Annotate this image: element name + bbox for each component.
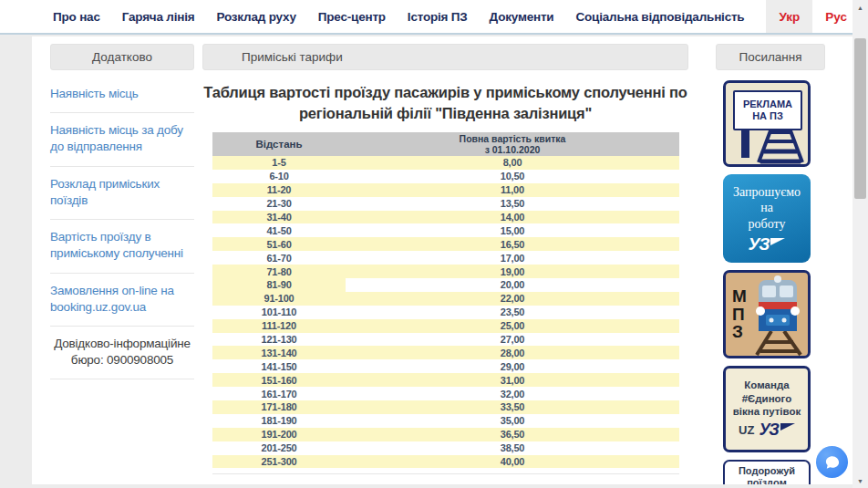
distance-cell: 6-10: [212, 171, 346, 182]
col-header-price-line1: Повна вартість квитка: [346, 133, 679, 144]
locomotive-icon: [749, 275, 806, 357]
table-row: 1-58,00: [212, 156, 679, 170]
table-row: 61-7017,00: [212, 251, 679, 265]
distance-cell: 71-80: [212, 266, 346, 277]
sidebar-title: Додатково: [92, 50, 152, 64]
jobs-line1: Запрошуємо: [733, 184, 801, 201]
mpz-letters: М П З: [726, 273, 747, 356]
price-cell: 35,00: [346, 415, 679, 426]
table-row: 111-12025,00: [212, 319, 679, 333]
price-cell: 36,50: [346, 429, 679, 440]
billboard-line1: РЕКЛАМА: [743, 99, 792, 110]
distance-cell: 171-180: [212, 401, 346, 412]
sidebar-link-0[interactable]: Наявність місць: [50, 77, 194, 113]
sidebar-header: Додатково: [50, 44, 194, 70]
banner-mpz[interactable]: М П З: [723, 270, 811, 358]
price-cell: 31,00: [346, 375, 679, 386]
price-cell: 27,00: [346, 334, 679, 345]
col-header-price: Повна вартість квитка з 01.10.2020: [346, 133, 679, 155]
table-row: 91-10022,00: [212, 292, 679, 306]
banner-team-uz[interactable]: Команда #Єдиного вікна путівок UZ УЗ: [723, 366, 811, 452]
sidebar-link-3[interactable]: Вартість проїзду в приміському сполученн…: [50, 220, 194, 273]
mpz-letter-m: М: [732, 287, 747, 306]
price-cell: 40,00: [346, 456, 679, 467]
distance-cell: 11-20: [212, 184, 346, 195]
table-row: 121-13027,00: [212, 333, 679, 347]
distance-cell: 181-190: [212, 415, 346, 426]
banner-jobs-uz[interactable]: Запрошуємо на роботу УЗ: [723, 174, 811, 263]
top-navbar: Про насГаряча лініяРозклад рухуПрес-цент…: [0, 0, 852, 35]
sidebar-link-2[interactable]: Розклад приміських поїздів: [50, 167, 194, 220]
sidebar-links: Наявність місцьНаявність місць за добу д…: [50, 77, 194, 379]
travel-line2: поїздом: [747, 477, 787, 484]
travel-line1: Подорожуй: [739, 465, 795, 477]
table-header-row: Відстань Повна вартість квитка з 01.10.2…: [212, 132, 679, 156]
distance-cell: 151-160: [212, 375, 346, 386]
table-row: 101-11023,50: [212, 306, 679, 319]
billboard-post: [741, 127, 749, 158]
nav-item-4[interactable]: Історія ПЗ: [408, 10, 468, 24]
table-row: 11-2011,00: [212, 183, 679, 197]
distance-cell: 41-50: [212, 225, 346, 236]
sidebar-link-4[interactable]: Замовлення on-line на booking.uz.gov.ua: [50, 274, 194, 327]
chat-bubble-icon: [823, 453, 842, 472]
distance-cell: 161-170: [212, 389, 346, 400]
nav-item-2[interactable]: Розклад руху: [216, 10, 295, 24]
uz-logo-navy-wing: [780, 423, 795, 431]
distance-cell: 101-110: [212, 306, 346, 317]
table-row: 191-20036,50: [212, 428, 679, 441]
col-header-distance: Відстань: [212, 139, 346, 150]
table-row: 71-8019,00: [212, 265, 679, 278]
distance-cell: 61-70: [212, 253, 346, 264]
table-row: 21-3013,50: [212, 197, 679, 211]
jobs-line2: на: [760, 200, 773, 216]
content-card: Додатково Наявність місцьНаявність місць…: [32, 36, 852, 484]
bottom-strip: [0, 484, 852, 488]
mpz-letter-z: З: [732, 323, 747, 341]
distance-cell: 131-140: [212, 348, 346, 358]
scroll-thumb[interactable]: [854, 38, 866, 199]
links-rail-title: Посилання: [739, 50, 801, 64]
uz-logo-navy-text: УЗ: [759, 421, 779, 440]
scroll-up-icon[interactable]: ▲: [852, 0, 868, 15]
sidebar-link-1[interactable]: Наявність місць за добу до відправлення: [50, 113, 194, 166]
uz-logo-text: УЗ: [749, 234, 770, 254]
fares-table: Відстань Повна вартість квитка з 01.10.2…: [212, 132, 679, 468]
price-cell: 28,00: [346, 348, 679, 358]
price-cell: 16,50: [346, 239, 679, 250]
nav-item-6[interactable]: Соціальна відповідальність: [575, 10, 744, 24]
lang-switch-ukr[interactable]: Укр: [766, 0, 812, 33]
mpz-letter-p: П: [732, 306, 747, 324]
uz-en-text: UZ: [739, 423, 754, 437]
price-cell: 14,00: [346, 212, 679, 223]
nav-item-1[interactable]: Гаряча лінія: [122, 10, 195, 24]
price-cell: 29,00: [346, 361, 679, 372]
scrollbar[interactable]: ▲ ▼: [852, 0, 868, 488]
nav-item-5[interactable]: Документи: [490, 10, 554, 24]
table-row: 181-19035,00: [212, 414, 679, 428]
price-cell: 33,50: [346, 401, 679, 412]
price-cell: 22,00: [346, 293, 679, 304]
price-cell: 25,00: [346, 320, 679, 331]
table-row: 131-14028,00: [212, 346, 679, 359]
banner-travel-train[interactable]: Подорожуй поїздом з власним авто: [723, 460, 811, 484]
price-cell: 10,50: [346, 171, 679, 182]
col-header-price-line2: з 01.10.2020: [346, 144, 679, 155]
distance-cell: 191-200: [212, 429, 346, 440]
scroll-down-icon[interactable]: ▼: [852, 473, 868, 488]
chat-button[interactable]: [816, 446, 848, 478]
distance-cell: 1-5: [212, 157, 346, 168]
nav-item-3[interactable]: Прес-центр: [318, 10, 386, 24]
info-bureau-text: Довідково-інформаційне бюро: 0900908005: [50, 327, 194, 379]
banner-advert-pz[interactable]: РЕКЛАМА НА ПЗ: [723, 80, 811, 167]
price-cell: 38,50: [346, 442, 679, 453]
table-row: 141-15029,00: [212, 359, 679, 373]
navbar-items: Про насГаряча лініяРозклад рухуПрес-цент…: [0, 0, 766, 33]
price-cell: 32,00: [346, 389, 679, 400]
nav-item-0[interactable]: Про нас: [53, 10, 100, 24]
section-header: Приміські тарифи: [202, 44, 688, 70]
distance-cell: 31-40: [212, 212, 346, 223]
distance-cell: 51-60: [212, 239, 346, 250]
table-body: 1-58,006-1010,5011-2011,0021-3013,5031-4…: [212, 156, 679, 468]
table-row: 81-9020,00: [212, 278, 679, 292]
